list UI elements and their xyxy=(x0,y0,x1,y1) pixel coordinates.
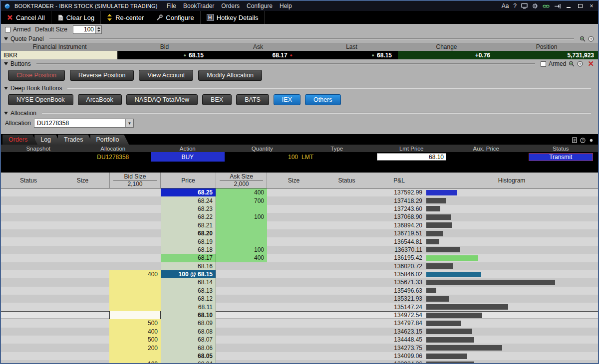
ladder-bid-size-cell[interactable]: 200 xyxy=(109,344,161,352)
ladder-price-cell[interactable]: 68.24 xyxy=(161,196,216,204)
ladder-price-cell[interactable]: 68.19 xyxy=(161,237,216,245)
ladder-price-cell[interactable]: 68.22 xyxy=(161,213,216,221)
tab-log[interactable]: Log xyxy=(34,135,61,145)
ladder-bid-size-cell[interactable]: 500 xyxy=(109,319,161,327)
ladder-row[interactable]: 68.17400136195.42 xyxy=(1,254,598,262)
col-size-left[interactable]: Size xyxy=(56,173,109,188)
recenter-button[interactable]: Re-center xyxy=(101,11,150,24)
ladder-row[interactable]: 10068.04133924.36 xyxy=(1,360,598,363)
ladder-row[interactable]: 68.24700137418.29 xyxy=(1,196,598,204)
col-ask-size[interactable]: Ask Size 2,000 xyxy=(216,173,267,188)
magnify-plus-icon[interactable] xyxy=(580,36,586,42)
ladder-price-cell[interactable]: 68.11 xyxy=(161,303,216,311)
col-financial-instrument[interactable]: Financial Instrument xyxy=(1,43,118,50)
col-change[interactable]: Change xyxy=(398,43,495,50)
pin-icon[interactable] xyxy=(554,3,561,9)
buttons-armed-checkbox[interactable] xyxy=(541,61,546,67)
iex-button[interactable]: IEX xyxy=(274,94,300,105)
ladder-row[interactable]: 68.11135147.24 xyxy=(1,303,598,311)
ladder-ask-size-cell[interactable] xyxy=(216,295,267,303)
collapse-triangle-icon[interactable] xyxy=(4,62,8,65)
bex-button[interactable]: BEX xyxy=(202,94,232,105)
collapse-triangle-icon[interactable] xyxy=(4,112,8,115)
help-circle-icon[interactable]: ? xyxy=(588,36,594,42)
ladder-row[interactable]: 68.14135671.33 xyxy=(1,278,598,286)
ladder-bid-size-cell[interactable] xyxy=(109,229,161,237)
ladder-ask-size-cell[interactable] xyxy=(216,344,267,352)
transmit-button[interactable]: Transmit xyxy=(529,153,594,161)
ladder-bid-size-cell[interactable]: 400 xyxy=(109,270,161,278)
ladder-ask-size-cell[interactable] xyxy=(216,303,267,311)
allocation-section-header[interactable]: Allocation xyxy=(1,107,598,117)
col-status[interactable]: Status xyxy=(524,146,599,152)
ladder-price-cell[interactable]: 68.16 xyxy=(161,262,216,270)
ladder-price-cell[interactable]: 68.04 xyxy=(161,360,216,363)
ladder-bid-size-cell[interactable]: 100 xyxy=(109,360,161,363)
ladder-bid-size-cell[interactable] xyxy=(109,352,161,360)
ladder-ask-size-cell[interactable] xyxy=(216,328,267,336)
magnify-plus-icon[interactable] xyxy=(569,61,575,67)
lmt-price-input[interactable]: 68.10 xyxy=(377,153,447,161)
configure-button[interactable]: Configure xyxy=(150,11,200,24)
ladder-bid-size-cell[interactable] xyxy=(109,205,161,213)
ladder-row[interactable]: 68.05134099.06 xyxy=(1,352,598,360)
help-button[interactable]: ? xyxy=(513,2,517,9)
ladder-row[interactable]: 68.18100136370.11 xyxy=(1,246,598,254)
ladder-price-cell[interactable]: 68.12 xyxy=(161,295,216,303)
col-aux-price[interactable]: Aux. Price xyxy=(449,146,524,152)
ladder-ask-size-cell[interactable] xyxy=(216,360,267,363)
order-quantity-cell[interactable]: 100 xyxy=(225,152,300,162)
ladder-ask-size-cell[interactable]: 400 xyxy=(216,254,267,262)
ladder-bid-size-cell[interactable] xyxy=(109,287,161,295)
ladder-row[interactable]: 68.16136020.72 xyxy=(1,262,598,270)
col-status-right[interactable]: Status xyxy=(320,173,373,188)
ladder-bid-size-cell[interactable] xyxy=(109,254,161,262)
ladder-bid-size-cell[interactable] xyxy=(109,311,161,319)
col-status-left[interactable]: Status xyxy=(1,173,56,188)
ladder-price-cell[interactable]: 68.18 xyxy=(161,246,216,254)
ladder-ask-size-cell[interactable] xyxy=(216,221,267,229)
col-bid-size[interactable]: Bid Size 2,100 xyxy=(109,173,161,188)
col-lmt-price[interactable]: Lmt Price xyxy=(374,146,449,152)
ladder-row[interactable]: 50068.09134797.84 xyxy=(1,319,598,327)
ladder-bid-size-cell[interactable]: 500 xyxy=(109,336,161,344)
arcabook-button[interactable]: ArcaBook xyxy=(78,94,122,105)
allocation-select[interactable]: DU1278358 ▼ xyxy=(34,119,134,128)
order-action-cell[interactable]: BUY xyxy=(151,152,225,162)
col-action[interactable]: Action xyxy=(150,146,225,152)
help-circle-icon[interactable]: ? xyxy=(580,138,586,143)
col-pnl[interactable]: P&L xyxy=(373,173,425,188)
font-size-button[interactable]: Aa xyxy=(502,2,509,9)
nyse-openbook-button[interactable]: NYSE OpenBook xyxy=(8,94,73,105)
close-button[interactable]: × xyxy=(588,2,595,9)
maximize-button[interactable] xyxy=(577,2,584,9)
ladder-bid-size-cell[interactable] xyxy=(109,246,161,254)
ladder-price-cell[interactable]: 68.25 xyxy=(161,188,216,196)
nasdaq-totalview-button[interactable]: NASDAQ TotalView xyxy=(126,94,198,105)
monitor-icon[interactable] xyxy=(521,3,528,9)
col-price[interactable]: Price xyxy=(161,173,216,188)
bats-button[interactable]: BATS xyxy=(236,94,269,105)
ladder-price-cell[interactable]: 68.23 xyxy=(161,205,216,213)
pin-icon[interactable] xyxy=(589,138,594,143)
ladder-price-cell[interactable]: 68.20 xyxy=(161,229,216,237)
ladder-ask-size-cell[interactable] xyxy=(216,237,267,245)
ladder-price-cell[interactable]: 100 @ 68.15 xyxy=(161,270,216,278)
ladder-price-cell[interactable]: 68.10 xyxy=(161,311,216,319)
ladder-row[interactable]: 68.23137243.60 xyxy=(1,205,598,213)
col-histogram[interactable]: Histogram xyxy=(425,173,598,188)
ladder-bid-size-cell[interactable]: 400 xyxy=(109,328,161,336)
ladder-ask-size-cell[interactable] xyxy=(216,352,267,360)
ladder-bid-size-cell[interactable] xyxy=(109,295,161,303)
tab-portfolio[interactable]: Portfolio xyxy=(90,135,129,145)
hotkey-details-button[interactable]: H Hotkey Details xyxy=(201,11,265,24)
ladder-ask-size-cell[interactable] xyxy=(216,336,267,344)
tab-orders[interactable]: Orders xyxy=(2,135,37,145)
ladder-row[interactable]: 20068.06134273.75 xyxy=(1,344,598,352)
col-position[interactable]: Position xyxy=(495,43,598,50)
col-type[interactable]: Type xyxy=(300,146,374,152)
order-type-cell[interactable]: LMT xyxy=(300,152,374,162)
reverse-position-button[interactable]: Reverse Position xyxy=(70,70,134,81)
collapse-triangle-icon[interactable] xyxy=(4,87,8,90)
instrument-cell[interactable]: IBKR xyxy=(1,51,118,59)
